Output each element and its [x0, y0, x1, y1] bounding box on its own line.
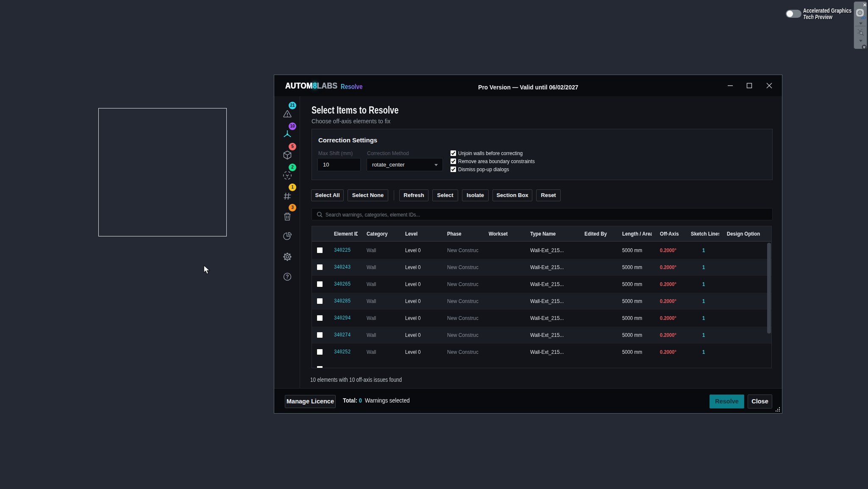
svg-text:?: ?: [286, 274, 289, 280]
